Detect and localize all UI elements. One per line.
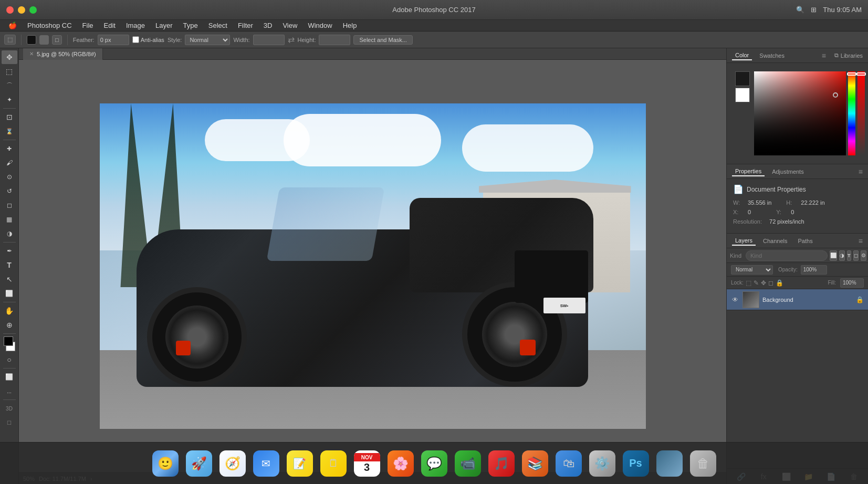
tab-paths[interactable]: Paths xyxy=(795,237,816,245)
clone-tool[interactable]: ⊙ xyxy=(2,170,17,184)
dock-sysprefs[interactable]: ⚙️ xyxy=(587,448,618,479)
menu-window[interactable]: Window xyxy=(304,20,336,30)
color-gradient-picker[interactable] xyxy=(754,71,846,155)
magic-wand-tool[interactable]: ✦ xyxy=(2,93,17,107)
lock-pixels-btn[interactable]: ✎ xyxy=(754,279,759,287)
tab-swatches[interactable]: Swatches xyxy=(756,51,788,60)
lock-artboard-btn[interactable]: ◻ xyxy=(768,279,773,287)
menu-3d[interactable]: 3D xyxy=(259,20,277,30)
tab-adjustments[interactable]: Adjustments xyxy=(769,167,807,176)
filter-shape-btn[interactable]: ◻ xyxy=(853,250,859,261)
filter-smart-btn[interactable]: ⚙ xyxy=(861,250,866,261)
quick-mask-btn[interactable]: ○ xyxy=(2,353,17,366)
canvas-container[interactable]: SW• xyxy=(19,60,726,472)
gradient-tool[interactable]: ▦ xyxy=(2,213,17,226)
maximize-button[interactable] xyxy=(29,6,37,14)
foreground-color-swatch[interactable] xyxy=(4,336,13,346)
menu-filter[interactable]: Filter xyxy=(234,20,257,30)
filter-adjust-btn[interactable]: ◑ xyxy=(839,250,845,261)
blend-mode-select[interactable]: Normal Multiply Screen xyxy=(731,265,773,275)
pen-tool[interactable]: ✒ xyxy=(2,244,17,258)
menu-file[interactable]: File xyxy=(78,20,98,30)
healing-tool[interactable]: ✚ xyxy=(2,142,17,155)
background-color-btn[interactable] xyxy=(735,88,750,102)
notifications-icon[interactable]: ⊞ xyxy=(811,6,817,14)
dock-books[interactable]: 📚 xyxy=(520,448,550,479)
shape-tool[interactable]: ⬜ xyxy=(2,287,17,300)
type-tool[interactable]: T xyxy=(2,258,17,272)
menu-image[interactable]: Image xyxy=(122,20,149,30)
lock-all-btn[interactable]: 🔒 xyxy=(776,279,783,287)
feather-input[interactable] xyxy=(98,35,129,45)
libraries-btn[interactable]: ⧉ Libraries xyxy=(834,52,863,59)
screen-mode-btn[interactable]: ⬜ xyxy=(2,370,17,384)
toolbar-icon-1[interactable]: ⬚ xyxy=(4,35,16,45)
3d-icon[interactable]: 3D xyxy=(2,402,17,415)
dodge-tool[interactable]: ◑ xyxy=(2,227,17,240)
dock-stickies[interactable]: 🗒 xyxy=(318,448,349,479)
menu-layer[interactable]: Layer xyxy=(151,20,177,30)
lasso-tool[interactable]: ⌒ xyxy=(2,79,17,92)
minimize-button[interactable] xyxy=(18,6,25,14)
menu-edit[interactable]: Edit xyxy=(100,20,120,30)
menu-type[interactable]: Type xyxy=(179,20,202,30)
tab-color[interactable]: Color xyxy=(732,51,752,60)
color-panel-menu-btn[interactable]: ≡ xyxy=(822,51,826,60)
tab-layers[interactable]: Layers xyxy=(732,236,756,246)
extras-btn[interactable]: ... xyxy=(2,384,17,398)
dock-photos[interactable]: 🌸 xyxy=(385,448,416,479)
layers-panel-menu-btn[interactable]: ≡ xyxy=(859,237,863,245)
menu-select[interactable]: Select xyxy=(204,20,232,30)
menu-help[interactable]: Help xyxy=(339,20,361,30)
lock-transparent-btn[interactable]: ⬚ xyxy=(746,279,751,287)
anti-alias-checkbox[interactable] xyxy=(132,36,139,43)
zoom-tool[interactable]: ⊕ xyxy=(2,318,17,332)
eyedropper-tool[interactable]: ⌛ xyxy=(2,124,17,138)
layer-background[interactable]: 👁 Background 🔒 xyxy=(727,289,868,310)
width-input[interactable] xyxy=(253,35,285,45)
properties-panel-menu-btn[interactable]: ≡ xyxy=(859,167,863,176)
menu-view[interactable]: View xyxy=(278,20,301,30)
filter-type-btn[interactable]: T xyxy=(847,250,851,261)
move-tool[interactable]: ✥ xyxy=(2,50,17,64)
foreground-color-btn[interactable] xyxy=(735,71,750,86)
filter-pixel-btn[interactable]: ⬜ xyxy=(830,250,837,261)
layers-search-input[interactable] xyxy=(746,250,828,261)
hue-bar[interactable] xyxy=(848,71,855,155)
close-button[interactable] xyxy=(6,6,14,14)
brush-tool[interactable]: 🖌 xyxy=(2,156,17,170)
tab-properties[interactable]: Properties xyxy=(732,167,765,176)
document-tab[interactable]: ✕ 5.jpg @ 50% (RGB/8#) xyxy=(23,48,103,60)
dock-calendar[interactable]: NOV 3 xyxy=(352,448,382,479)
dock-launchpad[interactable]: 🚀 xyxy=(184,448,214,479)
lock-position-btn[interactable]: ✥ xyxy=(761,279,766,287)
fill-input[interactable] xyxy=(840,278,864,288)
dock-notes[interactable]: 📝 xyxy=(285,448,315,479)
dock-safari[interactable]: 🧭 xyxy=(217,448,248,479)
opacity-input[interactable] xyxy=(801,265,827,275)
menu-photoshop[interactable]: Photoshop CC xyxy=(23,20,76,30)
select-and-mask-button[interactable]: Select and Mask... xyxy=(353,35,413,45)
dock-facetime[interactable]: 📹 xyxy=(453,448,483,479)
search-icon[interactable]: 🔍 xyxy=(796,6,804,14)
toolbar-icon-2[interactable]: □ xyxy=(52,35,62,45)
dock-mail[interactable]: ✉ xyxy=(251,448,281,479)
tab-close-btn[interactable]: ✕ xyxy=(29,51,34,57)
dock-trash[interactable]: 🗑 xyxy=(688,448,718,479)
layer-visibility-toggle[interactable]: 👁 xyxy=(731,296,739,304)
toolbar-color-fg[interactable] xyxy=(27,35,36,45)
history-tool[interactable]: ↺ xyxy=(2,184,17,198)
dock-photoshop[interactable]: Ps xyxy=(621,448,651,479)
swap-icon[interactable]: ⇄ xyxy=(288,35,295,45)
artboard-tool[interactable]: ☐ xyxy=(2,416,17,429)
crop-tool[interactable]: ⊡ xyxy=(2,110,17,124)
eraser-tool[interactable]: ◻ xyxy=(2,198,17,212)
dock-preview[interactable] xyxy=(654,448,685,479)
height-input[interactable] xyxy=(319,35,350,45)
style-select[interactable]: Normal Fixed Ratio Fixed Size xyxy=(185,35,230,45)
libraries-label[interactable]: Libraries xyxy=(841,52,863,59)
dock-messages[interactable]: 💬 xyxy=(419,448,449,479)
opacity-bar[interactable] xyxy=(857,71,865,155)
dock-appstore[interactable]: 🛍 xyxy=(553,448,584,479)
path-select-tool[interactable]: ↖ xyxy=(2,272,17,286)
